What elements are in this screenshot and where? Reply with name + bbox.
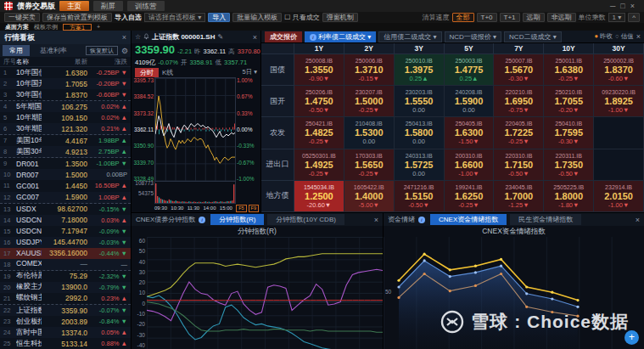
quote-cell[interactable]: 250008.IB1.3550-0.90▼ xyxy=(294,54,344,86)
add-scheme-button[interactable]: + xyxy=(97,24,100,30)
quote-cell[interactable]: 1605422.IB1.4000-5.00▼ xyxy=(344,181,395,212)
toggle-valuation[interactable]: ○ 估值 xyxy=(615,32,634,41)
watchlist-row[interactable]: 630年期国债期货...121.3200.21% ▲ xyxy=(0,123,131,135)
quote-cell[interactable]: 250410.IB1.7595-0.30▼ xyxy=(544,117,594,149)
tab-ncd-secondary[interactable]: NCD二级成交 ▾ xyxy=(504,31,562,42)
close-icon[interactable]: × xyxy=(636,216,640,224)
quote-cell[interactable]: 250413.IB1.58000.00 xyxy=(395,117,445,149)
toggle-prev-close[interactable]: ● 昨收 xyxy=(594,32,613,41)
save-template-button[interactable]: 保存当前设置到模板 xyxy=(42,13,112,22)
tab-minsheng-sentiment[interactable]: 民生资金情绪指数 xyxy=(510,214,581,225)
range-select[interactable]: 5日 ▾ xyxy=(242,68,257,76)
minute-index-chart[interactable] xyxy=(147,237,383,349)
quote-cell[interactable]: 250011.IB1.6380-0.25▼ xyxy=(544,54,594,86)
quote-cell[interactable]: 200310.IB1.6600-1.00▼ xyxy=(445,149,495,181)
unit-multiplier-select[interactable]: 1 ▾ xyxy=(608,13,626,22)
quote-cell[interactable]: 199241.IB1.6250-0.25▼ xyxy=(445,181,495,212)
quote-cell[interactable]: 170303.IB1.5650-0.25▼ xyxy=(344,149,395,181)
quote-cell[interactable]: 240208.IB1.59000.00 xyxy=(445,86,495,117)
quote-cell[interactable]: 05250301.IB1.4925-0.25▼ xyxy=(294,149,344,181)
watchlist-row[interactable]: 16USDJPY145.44700-0.03% ▼ xyxy=(0,237,131,248)
sentiment-chart[interactable]: 50 xyxy=(384,237,644,349)
bell-icon[interactable] xyxy=(143,33,149,42)
close-icon[interactable]: × xyxy=(636,32,641,41)
watchlist-row[interactable]: 22上证指数3359.90-0.07% ▼ xyxy=(0,305,131,316)
collapse-toolbar-button[interactable]: ^ xyxy=(628,13,640,22)
tab-minute-index-10y[interactable]: 分钟指数(10Y CDB) xyxy=(267,214,344,225)
watchlist-row[interactable]: 12GC0071.59001.00BP ▲ xyxy=(0,192,131,204)
watchlist-row[interactable]: 8美国30年期国债...4.92132.75BP ▲ xyxy=(0,146,131,158)
settle-t0-button[interactable]: T+0 xyxy=(477,13,497,22)
quote-cell[interactable]: 220310.IB1.7150-0.50▼ xyxy=(494,149,544,181)
watchlist-row[interactable]: 110年国债活跃券1.6380-0.25BP ▼ xyxy=(0,67,131,78)
reset-default-button[interactable]: 恢复默认 xyxy=(86,46,118,55)
gear-icon[interactable]: ⚙ xyxy=(121,47,128,55)
quote-cell[interactable]: 250210.IB1.7055-0.20▼ xyxy=(544,86,594,117)
watchlist-row[interactable]: 330年国债活跃券1.8370-0.60BP ▼ xyxy=(0,89,131,101)
quote-cell[interactable]: 240313.IB1.57250.00 xyxy=(395,149,445,181)
batch-input-button[interactable]: 批量输入模板 xyxy=(232,13,282,22)
watchlist-row[interactable]: 510年期国债期货...109.1500.02% ▲ xyxy=(0,112,131,123)
quote-cell[interactable]: 250006.IB1.3710-0.15▼ xyxy=(344,54,395,86)
quote-cell[interactable]: 250003.IB1.47750.25▲ xyxy=(445,54,495,86)
quote-cell[interactable]: 2471216.IB1.5150-0.50▼ xyxy=(395,181,445,212)
close-icon[interactable]: × xyxy=(122,33,126,42)
watchlist-tab-common[interactable]: 常用 xyxy=(3,45,30,56)
quote-cell[interactable]: 1545034.IB1.2500-20.60▼ xyxy=(294,181,344,212)
quote-cell[interactable]: 232914.IB2.0150-1.00▼ xyxy=(594,181,644,212)
quote-cell[interactable]: 250405.IB1.6300-1.50▼ xyxy=(445,117,495,149)
scheme-example[interactable]: 模板示例 xyxy=(34,23,58,31)
quick-trade-button[interactable]: 一键买卖 xyxy=(4,13,40,22)
watchlist-row[interactable]: 10DR0071.50000.00BP xyxy=(0,169,131,180)
watchlist-row[interactable]: 14USDCNY7.180000.03% ▲ xyxy=(0,215,131,226)
tab-ncd-primary[interactable]: NCD一级报价 ▾ xyxy=(445,31,502,42)
watchlist-row[interactable]: 45年期国债期货主...106.2750.02% ▲ xyxy=(0,101,131,112)
scheme-tab-active[interactable]: 方案1 xyxy=(63,24,92,31)
quote-cell[interactable]: 09230220.IB1.8925-1.00▼ xyxy=(594,86,644,117)
star-icon[interactable]: ☆ xyxy=(135,33,141,41)
quote-cell[interactable]: 250007.IB1.5670-0.30▼ xyxy=(494,54,544,86)
hotkey-f5[interactable]: F5 xyxy=(236,205,246,212)
tab-rate-bond-secondary[interactable]: i利率债二级成交 ▾ xyxy=(305,31,376,42)
add-panel-button[interactable]: + xyxy=(624,330,639,345)
quote-cell[interactable]: 220311.IB1.7350-0.50▼ xyxy=(544,149,594,181)
quote-cell[interactable]: 234045.IB1.7000-1.25▼ xyxy=(494,181,544,212)
only-deal-checkbox[interactable]: ☐ 只看成交 xyxy=(284,13,319,22)
watchlist-row[interactable]: 15USDCNH7.17947-0.09% ▼ xyxy=(0,226,131,237)
tab-cnex-sentiment[interactable]: CNEX资金情绪指数 xyxy=(430,214,507,225)
template-select[interactable]: 请选择自选模板 ▾ xyxy=(144,13,205,22)
quote-cell[interactable]: 210408.IB1.53000.00 xyxy=(344,117,395,149)
watchlist-row[interactable]: 17XAUUSD3356.16000-0.44% ▼ xyxy=(0,248,131,259)
quote-cell[interactable]: 220405.IB1.7225-0.25▼ xyxy=(494,117,544,149)
minimize-button[interactable]: ─ xyxy=(610,2,620,10)
watchlist-row[interactable]: 23创业板指2003.89-0.84% ▼ xyxy=(0,316,131,327)
watchlist-row[interactable]: 13USDX98.62700-0.15% ▼ xyxy=(0,204,131,215)
watchlist-row[interactable]: 25恒生科技指数5133.140.88% ▲ xyxy=(0,338,131,349)
popup-settings-button[interactable]: 弹窗机制 xyxy=(322,13,358,22)
volume-chart[interactable] xyxy=(154,182,236,204)
quote-cell[interactable]: 230207.IB1.5000-0.25▼ xyxy=(344,86,395,117)
tab-kline[interactable]: K线 xyxy=(162,68,173,77)
maximize-button[interactable]: □ xyxy=(620,2,630,10)
hotkey-f9[interactable]: F9 xyxy=(249,205,259,212)
close-icon[interactable]: × xyxy=(374,216,378,224)
watchlist-tab-benchmark[interactable]: 基准利率 xyxy=(33,45,74,56)
watchlist-row[interactable]: 24富时中国A50指...13374.00.05% ▲ xyxy=(0,327,131,338)
quote-cell[interactable]: 220210.IB1.6950-0.75▼ xyxy=(494,86,544,117)
watchlist-row[interactable]: 19布伦特原油当月...75.29-2.32% ▼ xyxy=(0,271,131,282)
watchlist-row[interactable]: 11GC0011.445016.50BP ▲ xyxy=(0,180,131,191)
tab-secondary[interactable]: 副屏 xyxy=(93,1,123,11)
settle-nonforward-button[interactable]: 非远期 xyxy=(547,13,576,22)
tab-credit-bond-secondary[interactable]: 信用债二级成交 ▾ xyxy=(378,31,441,42)
watchlist-row[interactable]: 9DR0011.3500-1.00BP ▼ xyxy=(0,158,131,169)
watchlist-row[interactable]: 21螺纹钢主力连续2992.00.23% ▲ xyxy=(0,293,131,305)
settle-t1-button[interactable]: T+1 xyxy=(500,13,520,22)
close-icon[interactable]: × xyxy=(253,33,257,42)
minute-chart[interactable] xyxy=(154,77,236,182)
quote-cell[interactable]: 250206.IB1.4750-0.50▼ xyxy=(294,86,344,117)
tab-minute-chart[interactable]: 分时 xyxy=(135,68,159,77)
settle-forward-button[interactable]: 远期 xyxy=(523,13,545,22)
tab-minute-index-r[interactable]: 分钟指数(R) xyxy=(210,214,264,225)
quote-cell[interactable]: 250010.IB1.39750.25▲ xyxy=(395,54,445,86)
quote-cell[interactable]: 2505225.IB1.8000-1.80▼ xyxy=(544,181,594,212)
